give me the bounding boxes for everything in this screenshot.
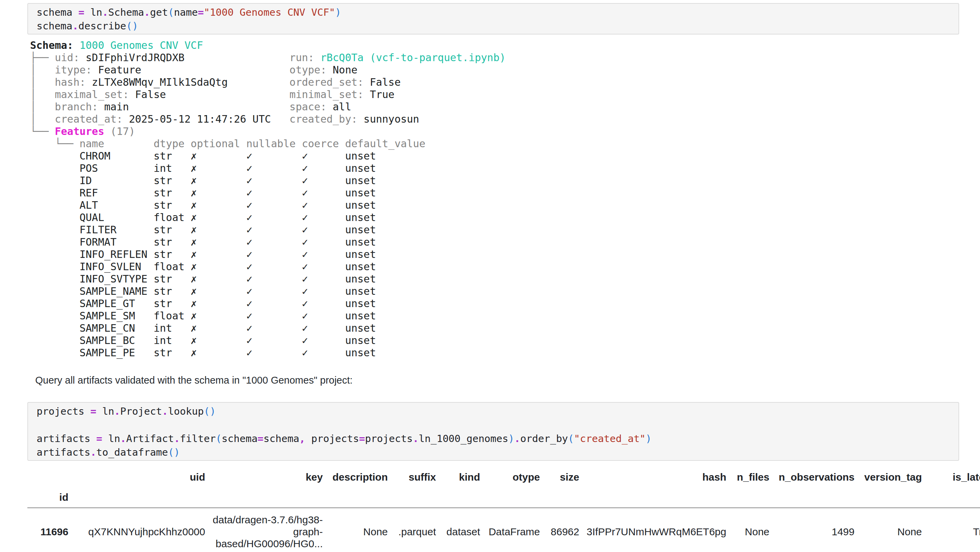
col-header-uid: uid bbox=[68, 466, 205, 487]
cell-otype: DataFrame bbox=[480, 508, 540, 552]
cell-version_tag: None bbox=[854, 508, 922, 552]
col-header-size: size bbox=[540, 466, 579, 487]
cell-key: data/dragen-3.7.6/hg38-graph-based/HG000… bbox=[205, 508, 323, 552]
header-blank-cell bbox=[27, 466, 68, 487]
index-row-blank-cell bbox=[480, 487, 540, 508]
index-row-blank-cell bbox=[540, 487, 579, 508]
col-header-description: description bbox=[323, 466, 388, 487]
col-header-is_latest: is_latest bbox=[922, 466, 980, 487]
index-row-blank-cell bbox=[323, 487, 388, 508]
index-row-blank-cell bbox=[579, 487, 726, 508]
col-header-version_tag: version_tag bbox=[854, 466, 922, 487]
index-row-blank-cell bbox=[726, 487, 769, 508]
col-header-n_observations: n_observations bbox=[769, 466, 854, 487]
code-cell-1-code[interactable]: schema = ln.Schema.get(name="1000 Genome… bbox=[37, 5, 958, 33]
code-cell-input-2[interactable]: projects = ln.Project.lookup() artifacts… bbox=[27, 402, 959, 461]
table-body: 11696qX7KNNYujhpcKhhz0000data/dragen-3.7… bbox=[27, 508, 980, 552]
code-cell-2-code[interactable]: projects = ln.Project.lookup() artifacts… bbox=[37, 404, 958, 459]
index-name-cell: id bbox=[27, 487, 68, 508]
table-head: uidkeydescriptionsuffixkindotypesizehash… bbox=[27, 466, 980, 508]
markdown-paragraph: Query all artifacts validated with the s… bbox=[35, 374, 353, 386]
index-row-blank-cell bbox=[854, 487, 922, 508]
cell-is_latest: True bbox=[922, 508, 980, 552]
index-row-blank-cell bbox=[769, 487, 854, 508]
cell-size: 86962 bbox=[540, 508, 579, 552]
cell-uid: qX7KNNYujhpcKhhz0000 bbox=[68, 508, 205, 552]
index-name-row: id bbox=[27, 487, 980, 508]
table-row: 11696qX7KNNYujhpcKhhz0000data/dragen-3.7… bbox=[27, 508, 980, 552]
cell-hash: 3IfPPr7UNmHwWRqM6ET6pg bbox=[579, 508, 726, 552]
row-index-cell: 11696 bbox=[27, 508, 68, 552]
col-header-hash: hash bbox=[579, 466, 726, 487]
col-header-suffix: suffix bbox=[388, 466, 436, 487]
col-header-kind: kind bbox=[436, 466, 480, 487]
index-row-blank-cell bbox=[922, 487, 980, 508]
index-row-blank-cell bbox=[436, 487, 480, 508]
cell-suffix: .parquet bbox=[388, 508, 436, 552]
cell-n_files: None bbox=[726, 508, 769, 552]
cell-kind: dataset bbox=[436, 508, 480, 552]
index-row-blank-cell bbox=[205, 487, 323, 508]
code-cell-input-1[interactable]: schema = ln.Schema.get(name="1000 Genome… bbox=[27, 3, 959, 35]
col-header-key: key bbox=[205, 466, 323, 487]
index-row-blank-cell bbox=[388, 487, 436, 508]
artifacts-dataframe-table: uidkeydescriptionsuffixkindotypesizehash… bbox=[27, 466, 980, 552]
cell-description: None bbox=[323, 508, 388, 552]
schema-describe-output: Schema: 1000 Genomes CNV VCF ├── uid: sD… bbox=[30, 39, 506, 359]
cell-n_observations: 1499 bbox=[769, 508, 854, 552]
col-header-otype: otype bbox=[480, 466, 540, 487]
table-header-row: uidkeydescriptionsuffixkindotypesizehash… bbox=[27, 466, 980, 487]
col-header-n_files: n_files bbox=[726, 466, 769, 487]
index-row-blank-cell bbox=[68, 487, 205, 508]
